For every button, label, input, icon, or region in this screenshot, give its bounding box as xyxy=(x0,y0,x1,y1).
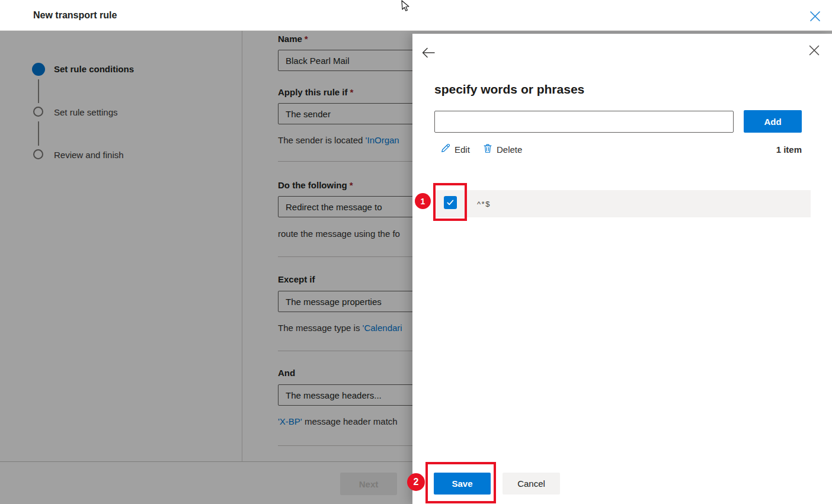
title-bar xyxy=(0,0,832,31)
list-item[interactable] xyxy=(435,190,811,217)
edit-label: Edit xyxy=(455,145,470,155)
add-button[interactable]: Add xyxy=(744,110,802,133)
back-arrow-icon[interactable] xyxy=(421,47,435,58)
delete-label: Delete xyxy=(497,145,522,155)
mouse-cursor xyxy=(398,0,411,15)
cancel-button[interactable]: Cancel xyxy=(503,473,560,495)
panel-close-icon[interactable] xyxy=(809,45,820,56)
wizard-close-icon[interactable] xyxy=(809,11,821,22)
page-title: New transport rule xyxy=(33,0,117,31)
panel-title: specify words or phrases xyxy=(434,82,584,97)
annotation-step-1: 1 xyxy=(415,193,431,209)
delete-button[interactable]: Delete xyxy=(483,143,522,156)
annotation-box-save xyxy=(425,462,496,503)
list-item-text: ^*$ xyxy=(477,190,491,217)
pencil-icon xyxy=(440,143,450,156)
item-count: 1 item xyxy=(776,145,802,155)
specify-words-panel xyxy=(412,34,832,504)
annotation-step-2: 2 xyxy=(407,473,425,491)
trash-icon xyxy=(483,143,492,156)
annotation-box-checkbox xyxy=(433,183,467,221)
word-phrase-input[interactable] xyxy=(434,111,734,133)
edit-button[interactable]: Edit xyxy=(440,143,470,156)
